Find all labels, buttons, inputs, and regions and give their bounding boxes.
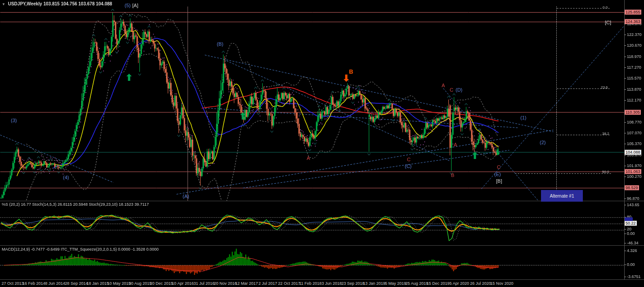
price-tick: 112.170 [627,98,641,102]
date-label: 27 Oct 2013 [1,281,23,286]
wave-label: (C) [405,163,411,169]
date-label: 28 Sep 2014 [65,281,88,286]
wave-label: [A] [132,3,138,8]
stoch-tick: -46.34 [627,241,639,245]
wave-label: [B] [496,178,502,184]
stoch-panel-canvas[interactable] [0,201,625,245]
date-label: 15 Dec 2019 [426,281,449,286]
price-level-badge: 124.363 [625,19,641,24]
wave-label: [C] [605,20,611,25]
date-label: 20 Nov 2016 [214,281,237,286]
wave-label: (3) [11,118,17,123]
macd-tick: 0.00 [627,262,635,267]
chart-title: ▼ USDJPY,Weekly 103.815 104.756 103.678 … [2,1,112,6]
date-label: 15 Nov 2020 [490,281,513,286]
main-chart-canvas[interactable] [0,0,625,201]
date-label: 10 Apr 2016 [172,281,194,286]
wave-label: (5) [125,3,130,8]
stoch-tick: 20 [627,227,631,231]
price-tick: 101.970 [627,163,642,168]
date-label: 26 Jul 2020 [470,281,491,286]
wave-label: B [451,172,454,178]
date-label: 30 Aug 2015 [129,281,152,286]
fib-level-label: 38.2 [602,132,609,136]
wave-label: B [349,68,353,75]
wave-label: A [307,155,310,161]
date-label: 13 Jan 2019 [363,281,385,286]
date-label: 3 Jun 2018 [322,281,342,286]
price-tick: 117.270 [627,65,641,70]
alternate-scenario-box[interactable]: Alternate #1 [541,190,583,202]
date-label: 2 Jul 2017 [259,281,277,286]
stoch-value-badge [625,217,633,221]
price-tick: 105.370 [627,141,642,146]
date-label: 23 Sep 2018 [341,281,364,286]
wave-label: C [497,164,501,170]
panel-separator[interactable] [0,245,644,246]
price-level-badge: 104.088 [625,150,641,155]
stoch-indicator-label: %S (20,2) 16.77 Stoch(14,5,3) 26.8115 20… [2,202,149,207]
wave-label: C [450,87,453,93]
up-arrow-icon[interactable] [472,152,478,159]
price-tick: 107.070 [627,131,642,135]
wave-label: (A) [183,194,189,199]
date-label: 16 Feb 2014 [22,281,45,286]
date-label: 5 Apr 2020 [450,281,470,286]
up-arrow-icon[interactable] [126,74,132,81]
wave-label: (4) [63,175,69,180]
date-label: 10 May 2015 [107,281,130,286]
date-label: 11 Feb 2018 [299,281,322,286]
fib-level-label: 23.6 [601,85,608,89]
date-label: 22 Oct 2017 [278,281,300,286]
wave-label: A [442,83,445,88]
stoch-tick: 0.00 [627,231,635,236]
alternate-scenario-label: Alternate #1 [550,194,574,199]
date-label: 25 Aug 2019 [405,281,428,286]
price-tick: 118.970 [627,54,641,59]
chart-window: ▼ USDJPY,Weekly 103.815 104.756 103.678 … [0,0,644,287]
fib-level-label: 0.0 [603,5,608,9]
wave-label: (1) [520,115,526,120]
wave-label: B [468,112,471,117]
wave-label: C [407,157,411,162]
chart-ohlc-values: 103.815 104.756 103.678 104.088 [43,1,112,6]
wave-label: (D) [456,87,462,93]
price-tick: 96.870 [627,196,640,201]
price-level-badge: 98.529 [625,185,639,190]
wave-label: (E) [494,172,501,177]
price-level-badge: 125.855 [625,10,641,15]
price-tick: 113.870 [627,87,641,92]
price-tick: 120.670 [627,43,642,48]
macd-indicator-label: MACD(12,24,9) -0.7477 -0.6499 ITC_TTM_Sq… [2,247,159,252]
date-label: 20 Dec 2015 [150,281,173,286]
date-label: 18 Jan 2015 [86,281,109,286]
panel-separator [0,279,644,280]
down-arrow-icon[interactable] [344,75,349,82]
wave-label: A [454,142,457,147]
price-tick: 108.770 [627,120,642,124]
wave-label: (2) [540,140,546,145]
date-label: 31 Jul 2016 [193,281,215,286]
chart-symbol: USDJPY,Weekly [8,1,42,6]
wave-label: (B) [217,41,224,47]
up-arrow-icon[interactable] [240,112,246,120]
date-label: 5 May 2019 [385,281,406,286]
fib-level-label: 50.0 [602,170,609,174]
price-level-badge: 110.305 [625,110,641,115]
price-axis-separator [624,0,625,280]
stoch-value-badge: 50.22 [625,221,637,226]
price-tick: 115.570 [627,76,641,80]
date-label: 12 Mar 2017 [235,281,258,286]
date-label: 8 Jun 2014 [45,281,65,286]
chart-dropdown-icon[interactable]: ▼ [2,2,5,6]
price-tick: 122.370 [627,32,642,37]
macd-tick: -3.6751 [627,274,641,279]
price-level-badge: 101.063 [625,169,641,174]
macd-tick: 4.326 [627,248,637,253]
stoch-tick: 143.65 [627,203,640,207]
price-tick: 100.270 [627,174,642,179]
